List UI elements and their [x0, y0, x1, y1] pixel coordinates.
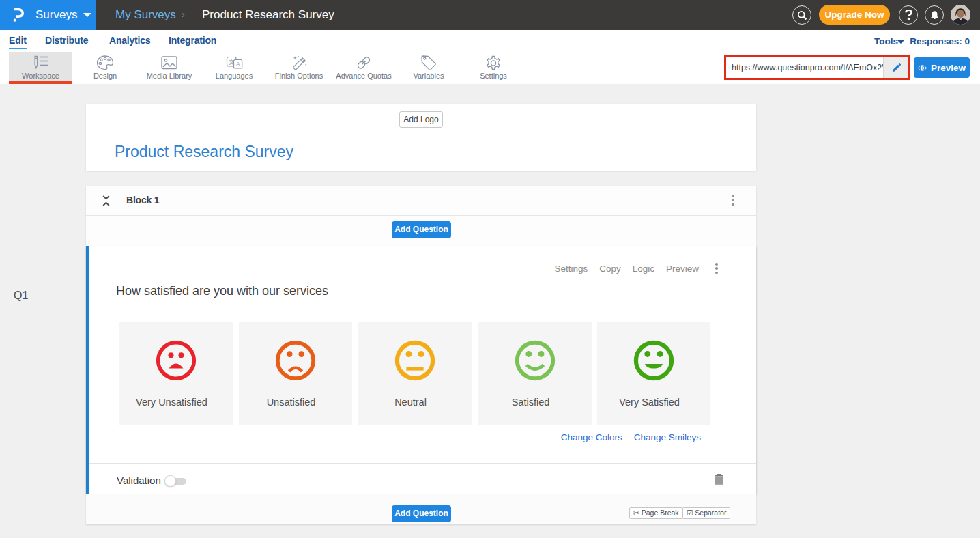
svg-text:文: 文	[229, 59, 235, 66]
svg-text:A: A	[236, 61, 240, 68]
